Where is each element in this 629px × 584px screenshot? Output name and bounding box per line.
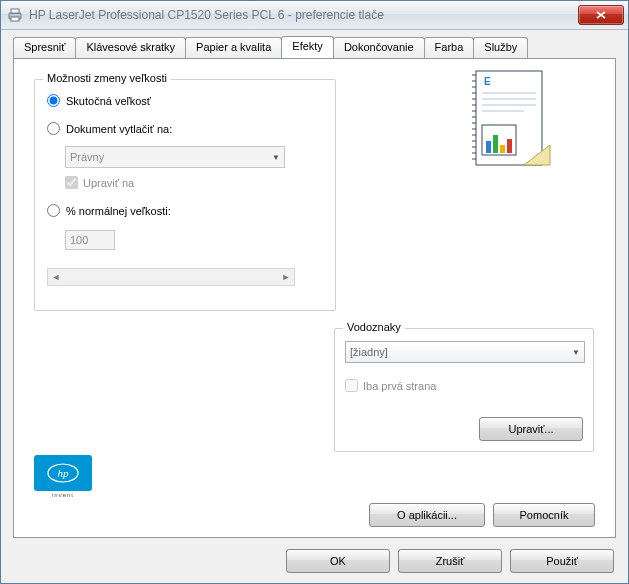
- chevron-down-icon: ▼: [572, 348, 580, 357]
- slider-percent[interactable]: ◄ ►: [47, 268, 295, 286]
- tab-label: Dokončovanie: [344, 41, 414, 53]
- radio-actual-size-label: Skutočná veľkosť: [66, 95, 151, 107]
- hp-logo-text: hp: [58, 467, 70, 479]
- tab-efekty[interactable]: Efekty: [281, 36, 334, 58]
- tab-dokoncovanie[interactable]: Dokončovanie: [333, 37, 425, 59]
- tab-strip: Spresniť Klávesové skratky Papier a kval…: [13, 37, 616, 59]
- tab-spresnit[interactable]: Spresniť: [13, 37, 76, 59]
- radio-percent-size[interactable]: % normálnej veľkosti:: [47, 204, 171, 217]
- tab-label: Spresniť: [24, 41, 65, 53]
- button-help-label: Pomocník: [520, 509, 569, 521]
- checkbox-scale-to-fit: Upraviť na: [65, 176, 134, 189]
- arrow-left-icon[interactable]: ◄: [48, 270, 64, 284]
- tab-label: Služby: [484, 41, 517, 53]
- radio-print-on-label: Dokument vytlačiť na:: [66, 123, 172, 135]
- button-ok-label: OK: [330, 555, 346, 567]
- checkbox-first-page-only: Iba prvá strana: [345, 379, 436, 392]
- arrow-right-icon[interactable]: ►: [278, 270, 294, 284]
- svg-rect-28: [507, 139, 512, 153]
- tab-label: Klávesové skratky: [86, 41, 175, 53]
- tab-label: Papier a kvalita: [196, 41, 271, 53]
- tab-klavesove-skratky[interactable]: Klávesové skratky: [75, 37, 186, 59]
- hp-logo: hp invent: [34, 455, 92, 495]
- group-resize-options: Možnosti zmeny veľkosti Skutočná veľkosť…: [34, 79, 336, 311]
- client-area: Spresniť Klávesové skratky Papier a kval…: [1, 29, 628, 583]
- checkbox-first-page-only-input: [345, 379, 358, 392]
- combo-watermark-value: [žiadny]: [350, 346, 388, 358]
- group-watermarks-legend: Vodoznaky: [343, 321, 405, 333]
- combo-paper-size: Právny ▼: [65, 146, 285, 168]
- radio-actual-size-input[interactable]: [47, 94, 60, 107]
- svg-rect-1: [11, 9, 19, 13]
- tab-papier-kvalita[interactable]: Papier a kvalita: [185, 37, 282, 59]
- hp-logo-box: hp: [34, 455, 92, 491]
- panel-footer: O aplikácii... Pomocník: [14, 503, 615, 527]
- hp-logo-subtext: invent: [34, 492, 92, 498]
- chevron-down-icon: ▼: [272, 153, 280, 162]
- window-title: HP LaserJet Professional CP1520 Series P…: [29, 8, 578, 22]
- titlebar: HP LaserJet Professional CP1520 Series P…: [1, 1, 628, 30]
- page-preview: E: [439, 64, 569, 179]
- svg-rect-2: [11, 17, 19, 21]
- radio-actual-size[interactable]: Skutočná veľkosť: [47, 94, 151, 107]
- tab-farba[interactable]: Farba: [424, 37, 475, 59]
- group-resize-legend: Možnosti zmeny veľkosti: [43, 72, 171, 84]
- svg-rect-26: [493, 135, 498, 153]
- button-watermark-edit[interactable]: Upraviť...: [479, 417, 583, 441]
- radio-percent-size-label: % normálnej veľkosti:: [66, 205, 171, 217]
- tab-label: Farba: [435, 41, 464, 53]
- svg-text:E: E: [484, 76, 491, 87]
- button-watermark-edit-label: Upraviť...: [508, 423, 553, 435]
- checkbox-scale-to-fit-input: [65, 176, 78, 189]
- svg-rect-25: [486, 141, 491, 153]
- button-ok[interactable]: OK: [286, 549, 390, 573]
- button-apply[interactable]: Použiť: [510, 549, 614, 573]
- tab-sluzby[interactable]: Služby: [473, 37, 528, 59]
- button-cancel[interactable]: Zrušiť: [398, 549, 502, 573]
- checkbox-scale-to-fit-label: Upraviť na: [83, 177, 134, 189]
- radio-print-on-input[interactable]: [47, 122, 60, 135]
- button-cancel-label: Zrušiť: [436, 555, 465, 567]
- dialog-window: HP LaserJet Professional CP1520 Series P…: [0, 0, 629, 584]
- group-watermarks: Vodoznaky [žiadny] ▼ Iba prvá strana Upr…: [334, 328, 594, 452]
- button-help[interactable]: Pomocník: [493, 503, 595, 527]
- button-about[interactable]: O aplikácii...: [369, 503, 485, 527]
- tab-label: Efekty: [292, 40, 323, 52]
- radio-percent-size-input[interactable]: [47, 204, 60, 217]
- printer-icon: [7, 7, 23, 23]
- button-apply-label: Použiť: [546, 555, 578, 567]
- dialog-footer: OK Zrušiť Použiť: [1, 539, 628, 583]
- checkbox-first-page-only-label: Iba prvá strana: [363, 380, 436, 392]
- tab-panel-efekty: Možnosti zmeny veľkosti Skutočná veľkosť…: [13, 58, 616, 538]
- svg-rect-27: [500, 145, 505, 153]
- combo-watermark[interactable]: [žiadny] ▼: [345, 341, 585, 363]
- input-percent-value: 100: [70, 234, 88, 246]
- button-about-label: O aplikácii...: [397, 509, 457, 521]
- close-button[interactable]: [578, 5, 624, 25]
- combo-paper-size-value: Právny: [70, 151, 104, 163]
- input-percent: 100: [65, 230, 115, 250]
- radio-print-on[interactable]: Dokument vytlačiť na:: [47, 122, 172, 135]
